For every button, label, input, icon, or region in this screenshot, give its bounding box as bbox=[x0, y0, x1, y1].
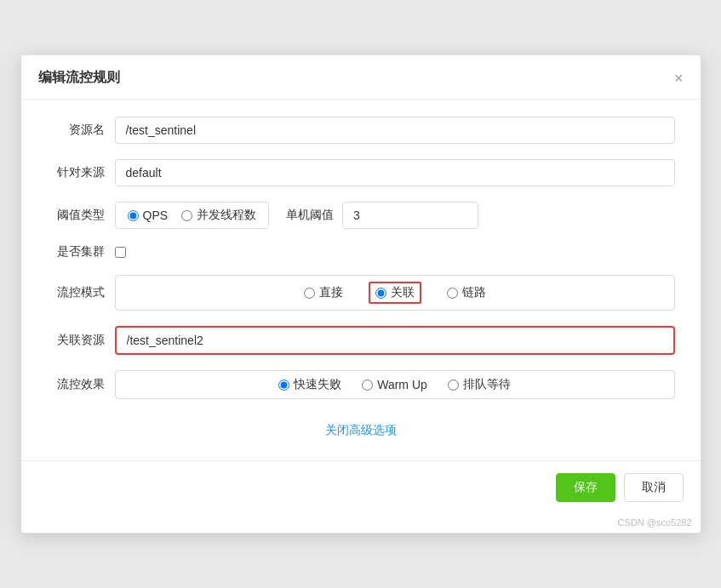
chain-label: 链路 bbox=[462, 285, 486, 300]
single-threshold-label: 单机阈值 bbox=[286, 208, 334, 223]
relate-resource-content bbox=[115, 326, 675, 355]
direct-radio-option[interactable]: 直接 bbox=[304, 285, 343, 300]
resource-name-content bbox=[115, 117, 675, 144]
flow-effect-label: 流控效果 bbox=[47, 377, 115, 392]
warm-up-label: Warm Up bbox=[377, 378, 427, 391]
threshold-type-group: QPS 并发线程数 bbox=[115, 202, 270, 229]
cluster-row: 是否集群 bbox=[47, 244, 675, 260]
flow-effect-row: 流控效果 快速失败 Warm Up 排队等待 bbox=[47, 370, 675, 399]
flow-effect-content: 快速失败 Warm Up 排队等待 bbox=[115, 370, 675, 399]
flow-mode-row: 流控模式 直接 关联 链路 bbox=[47, 275, 675, 311]
source-content bbox=[115, 159, 675, 186]
warm-up-radio[interactable] bbox=[362, 380, 373, 391]
source-row: 针对来源 bbox=[47, 159, 675, 186]
warm-up-option[interactable]: Warm Up bbox=[362, 378, 427, 391]
save-button[interactable]: 保存 bbox=[556, 473, 615, 502]
resource-name-input[interactable] bbox=[115, 117, 675, 144]
flow-effect-group: 快速失败 Warm Up 排队等待 bbox=[115, 370, 675, 399]
queue-radio[interactable] bbox=[448, 380, 459, 391]
watermark: CSDN @sco5282 bbox=[21, 514, 701, 533]
resource-name-label: 资源名 bbox=[47, 123, 115, 138]
relate-resource-row: 关联资源 bbox=[47, 326, 675, 355]
threshold-row: 阈值类型 QPS 并发线程数 单机阈值 bbox=[47, 202, 675, 229]
threads-radio-option[interactable]: 并发线程数 bbox=[181, 208, 256, 223]
direct-label: 直接 bbox=[319, 285, 343, 300]
close-advanced-link[interactable]: 关闭高级选项 bbox=[47, 414, 675, 452]
cluster-checkbox[interactable] bbox=[115, 247, 126, 258]
dialog-title: 编辑流控规则 bbox=[38, 69, 120, 87]
cluster-content bbox=[115, 247, 675, 258]
dialog-body: 资源名 针对来源 阈值类型 QPS bbox=[21, 100, 701, 460]
chain-radio-option[interactable]: 链路 bbox=[447, 285, 486, 300]
qps-label: QPS bbox=[143, 208, 169, 222]
flow-mode-group: 直接 关联 链路 bbox=[115, 275, 675, 311]
relate-radio-option[interactable]: 关联 bbox=[369, 282, 421, 304]
queue-option[interactable]: 排队等待 bbox=[448, 377, 511, 392]
fast-fail-label: 快速失败 bbox=[294, 377, 341, 392]
threshold-content: QPS 并发线程数 单机阈值 bbox=[115, 202, 675, 229]
relate-radio[interactable] bbox=[375, 288, 386, 299]
threads-label: 并发线程数 bbox=[197, 208, 256, 223]
source-label: 针对来源 bbox=[47, 165, 115, 180]
relate-label: 关联 bbox=[391, 285, 415, 300]
relate-resource-input[interactable] bbox=[115, 326, 675, 355]
dialog-footer: 保存 取消 bbox=[21, 460, 701, 514]
threshold-type-label: 阈值类型 bbox=[47, 208, 115, 223]
fast-fail-radio[interactable] bbox=[278, 380, 289, 391]
threads-radio[interactable] bbox=[181, 210, 192, 221]
dialog-header: 编辑流控规则 × bbox=[21, 55, 701, 100]
cancel-button[interactable]: 取消 bbox=[624, 473, 684, 502]
qps-radio[interactable] bbox=[128, 210, 139, 221]
flow-mode-content: 直接 关联 链路 bbox=[115, 275, 675, 311]
chain-radio[interactable] bbox=[447, 288, 458, 299]
direct-radio[interactable] bbox=[304, 288, 315, 299]
edit-flow-rule-dialog: 编辑流控规则 × 资源名 针对来源 阈值类型 QPS bbox=[20, 54, 701, 534]
resource-name-row: 资源名 bbox=[47, 117, 675, 144]
single-threshold-input[interactable] bbox=[342, 202, 478, 229]
relate-resource-label: 关联资源 bbox=[47, 333, 115, 348]
queue-label: 排队等待 bbox=[463, 377, 511, 392]
cluster-label: 是否集群 bbox=[47, 244, 115, 260]
close-button[interactable]: × bbox=[674, 71, 684, 86]
qps-radio-option[interactable]: QPS bbox=[128, 208, 169, 222]
flow-mode-label: 流控模式 bbox=[47, 285, 115, 300]
fast-fail-option[interactable]: 快速失败 bbox=[278, 377, 341, 392]
source-input[interactable] bbox=[115, 159, 675, 186]
